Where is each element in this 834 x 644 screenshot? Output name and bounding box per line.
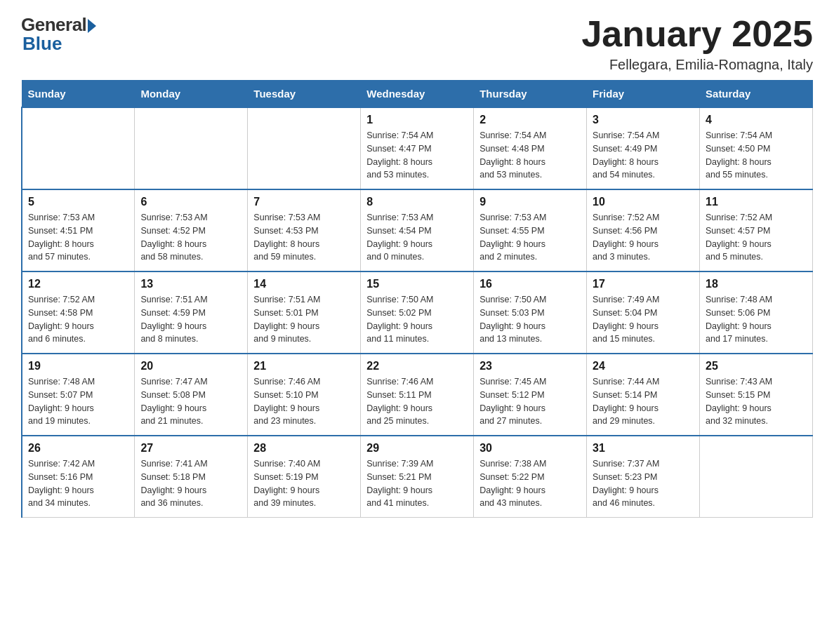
calendar-body: 1Sunrise: 7:54 AM Sunset: 4:47 PM Daylig… xyxy=(22,107,813,518)
calendar-cell: 27Sunrise: 7:41 AM Sunset: 5:18 PM Dayli… xyxy=(135,436,248,518)
day-info: Sunrise: 7:52 AM Sunset: 4:58 PM Dayligh… xyxy=(28,293,128,346)
day-number: 25 xyxy=(706,360,807,373)
header-friday: Friday xyxy=(587,81,700,108)
calendar-cell xyxy=(700,436,813,518)
day-number: 30 xyxy=(479,442,581,455)
day-info: Sunrise: 7:54 AM Sunset: 4:47 PM Dayligh… xyxy=(366,129,468,182)
day-info: Sunrise: 7:46 AM Sunset: 5:10 PM Dayligh… xyxy=(253,375,355,428)
week-row-3: 12Sunrise: 7:52 AM Sunset: 4:58 PM Dayli… xyxy=(22,271,813,354)
day-info: Sunrise: 7:48 AM Sunset: 5:06 PM Dayligh… xyxy=(706,293,807,346)
day-number: 26 xyxy=(28,442,128,455)
day-info: Sunrise: 7:54 AM Sunset: 4:48 PM Dayligh… xyxy=(479,129,581,182)
day-info: Sunrise: 7:41 AM Sunset: 5:18 PM Dayligh… xyxy=(140,457,241,510)
day-number: 2 xyxy=(479,114,581,126)
day-number: 22 xyxy=(366,360,468,373)
calendar-cell: 8Sunrise: 7:53 AM Sunset: 4:54 PM Daylig… xyxy=(361,189,474,271)
calendar-cell: 19Sunrise: 7:48 AM Sunset: 5:07 PM Dayli… xyxy=(22,354,135,436)
header-tuesday: Tuesday xyxy=(248,81,361,108)
day-number: 19 xyxy=(28,360,128,373)
day-info: Sunrise: 7:47 AM Sunset: 5:08 PM Dayligh… xyxy=(140,375,241,428)
day-info: Sunrise: 7:40 AM Sunset: 5:19 PM Dayligh… xyxy=(253,457,355,510)
day-info: Sunrise: 7:49 AM Sunset: 5:04 PM Dayligh… xyxy=(593,293,694,346)
day-number: 29 xyxy=(366,442,468,455)
calendar-cell xyxy=(248,107,361,189)
day-info: Sunrise: 7:53 AM Sunset: 4:55 PM Dayligh… xyxy=(479,211,581,264)
header-thursday: Thursday xyxy=(474,81,587,108)
day-number: 10 xyxy=(593,196,694,208)
day-number: 12 xyxy=(28,278,128,290)
day-number: 27 xyxy=(140,442,241,455)
calendar-cell: 29Sunrise: 7:39 AM Sunset: 5:21 PM Dayli… xyxy=(361,436,474,518)
day-info: Sunrise: 7:48 AM Sunset: 5:07 PM Dayligh… xyxy=(28,375,128,428)
day-number: 11 xyxy=(706,196,807,208)
day-number: 6 xyxy=(140,196,241,208)
day-number: 7 xyxy=(253,196,355,208)
calendar-cell: 18Sunrise: 7:48 AM Sunset: 5:06 PM Dayli… xyxy=(700,271,813,354)
header-monday: Monday xyxy=(135,81,248,108)
day-number: 15 xyxy=(366,278,468,290)
day-info: Sunrise: 7:38 AM Sunset: 5:22 PM Dayligh… xyxy=(479,457,581,510)
calendar-cell: 21Sunrise: 7:46 AM Sunset: 5:10 PM Dayli… xyxy=(248,354,361,436)
day-info: Sunrise: 7:51 AM Sunset: 4:59 PM Dayligh… xyxy=(140,293,241,346)
day-number: 24 xyxy=(593,360,694,373)
logo-blue-text: Blue xyxy=(22,33,62,55)
header-saturday: Saturday xyxy=(700,81,813,108)
day-info: Sunrise: 7:44 AM Sunset: 5:14 PM Dayligh… xyxy=(593,375,694,428)
day-info: Sunrise: 7:37 AM Sunset: 5:23 PM Dayligh… xyxy=(593,457,694,510)
header-wednesday: Wednesday xyxy=(361,81,474,108)
day-number: 3 xyxy=(593,114,694,126)
week-row-4: 19Sunrise: 7:48 AM Sunset: 5:07 PM Dayli… xyxy=(22,354,813,436)
calendar-cell: 7Sunrise: 7:53 AM Sunset: 4:53 PM Daylig… xyxy=(248,189,361,271)
calendar-cell: 25Sunrise: 7:43 AM Sunset: 5:15 PM Dayli… xyxy=(700,354,813,436)
day-info: Sunrise: 7:51 AM Sunset: 5:01 PM Dayligh… xyxy=(253,293,355,346)
day-number: 5 xyxy=(28,196,128,208)
day-number: 14 xyxy=(253,278,355,290)
calendar-cell: 1Sunrise: 7:54 AM Sunset: 4:47 PM Daylig… xyxy=(361,107,474,189)
location-subtitle: Fellegara, Emilia-Romagna, Italy xyxy=(581,57,813,73)
week-row-2: 5Sunrise: 7:53 AM Sunset: 4:51 PM Daylig… xyxy=(22,189,813,271)
calendar-cell: 14Sunrise: 7:51 AM Sunset: 5:01 PM Dayli… xyxy=(248,271,361,354)
calendar-cell: 24Sunrise: 7:44 AM Sunset: 5:14 PM Dayli… xyxy=(587,354,700,436)
calendar-cell: 5Sunrise: 7:53 AM Sunset: 4:51 PM Daylig… xyxy=(22,189,135,271)
day-info: Sunrise: 7:52 AM Sunset: 4:57 PM Dayligh… xyxy=(706,211,807,264)
day-number: 28 xyxy=(253,442,355,455)
day-info: Sunrise: 7:52 AM Sunset: 4:56 PM Dayligh… xyxy=(593,211,694,264)
calendar-cell: 10Sunrise: 7:52 AM Sunset: 4:56 PM Dayli… xyxy=(587,189,700,271)
day-info: Sunrise: 7:39 AM Sunset: 5:21 PM Dayligh… xyxy=(366,457,468,510)
day-number: 23 xyxy=(479,360,581,373)
calendar-cell: 3Sunrise: 7:54 AM Sunset: 4:49 PM Daylig… xyxy=(587,107,700,189)
calendar-cell: 13Sunrise: 7:51 AM Sunset: 4:59 PM Dayli… xyxy=(135,271,248,354)
calendar-header: SundayMondayTuesdayWednesdayThursdayFrid… xyxy=(22,81,813,108)
day-info: Sunrise: 7:53 AM Sunset: 4:52 PM Dayligh… xyxy=(140,211,241,264)
day-number: 4 xyxy=(706,114,807,126)
calendar-cell: 20Sunrise: 7:47 AM Sunset: 5:08 PM Dayli… xyxy=(135,354,248,436)
day-number: 20 xyxy=(140,360,241,373)
day-number: 18 xyxy=(706,278,807,290)
calendar-cell: 22Sunrise: 7:46 AM Sunset: 5:11 PM Dayli… xyxy=(361,354,474,436)
day-info: Sunrise: 7:50 AM Sunset: 5:03 PM Dayligh… xyxy=(479,293,581,346)
logo: General Blue xyxy=(21,14,96,55)
calendar-cell: 11Sunrise: 7:52 AM Sunset: 4:57 PM Dayli… xyxy=(700,189,813,271)
calendar-cell: 31Sunrise: 7:37 AM Sunset: 5:23 PM Dayli… xyxy=(587,436,700,518)
calendar-cell: 23Sunrise: 7:45 AM Sunset: 5:12 PM Dayli… xyxy=(474,354,587,436)
day-number: 31 xyxy=(593,442,694,455)
calendar-cell: 4Sunrise: 7:54 AM Sunset: 4:50 PM Daylig… xyxy=(700,107,813,189)
calendar-cell: 6Sunrise: 7:53 AM Sunset: 4:52 PM Daylig… xyxy=(135,189,248,271)
day-info: Sunrise: 7:54 AM Sunset: 4:50 PM Dayligh… xyxy=(706,129,807,182)
main-title: January 2025 xyxy=(581,14,813,54)
day-info: Sunrise: 7:53 AM Sunset: 4:53 PM Dayligh… xyxy=(253,211,355,264)
calendar-cell: 28Sunrise: 7:40 AM Sunset: 5:19 PM Dayli… xyxy=(248,436,361,518)
day-number: 16 xyxy=(479,278,581,290)
calendar-cell xyxy=(22,107,135,189)
calendar-cell: 12Sunrise: 7:52 AM Sunset: 4:58 PM Dayli… xyxy=(22,271,135,354)
calendar-cell: 15Sunrise: 7:50 AM Sunset: 5:02 PM Dayli… xyxy=(361,271,474,354)
calendar-cell: 2Sunrise: 7:54 AM Sunset: 4:48 PM Daylig… xyxy=(474,107,587,189)
week-row-5: 26Sunrise: 7:42 AM Sunset: 5:16 PM Dayli… xyxy=(22,436,813,518)
day-number: 8 xyxy=(366,196,468,208)
header-sunday: Sunday xyxy=(22,81,135,108)
calendar-cell: 26Sunrise: 7:42 AM Sunset: 5:16 PM Dayli… xyxy=(22,436,135,518)
week-row-1: 1Sunrise: 7:54 AM Sunset: 4:47 PM Daylig… xyxy=(22,107,813,189)
header-row: SundayMondayTuesdayWednesdayThursdayFrid… xyxy=(22,81,813,108)
calendar-cell: 17Sunrise: 7:49 AM Sunset: 5:04 PM Dayli… xyxy=(587,271,700,354)
calendar-cell: 9Sunrise: 7:53 AM Sunset: 4:55 PM Daylig… xyxy=(474,189,587,271)
